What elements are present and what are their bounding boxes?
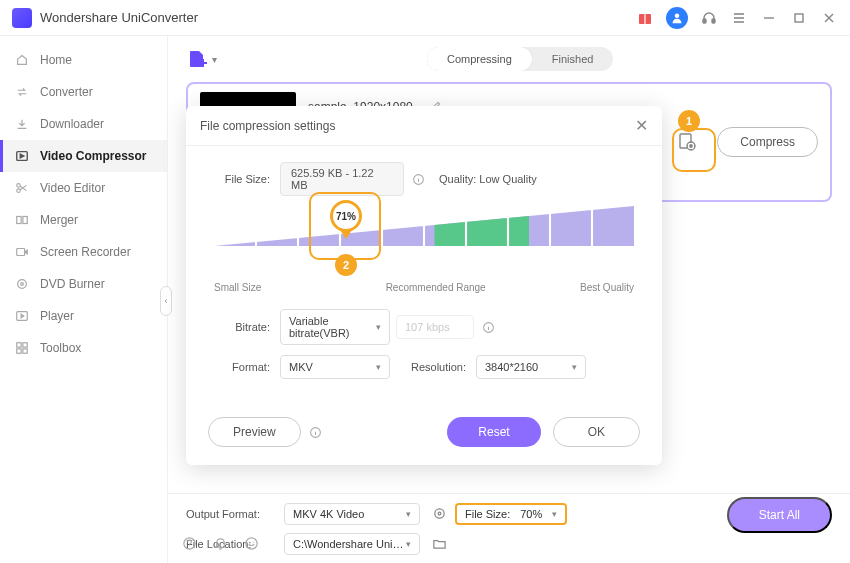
output-format-label: Output Format:: [186, 508, 276, 520]
user-avatar-icon[interactable]: [666, 7, 688, 29]
sidebar-item-recorder[interactable]: Screen Recorder: [0, 236, 167, 268]
output-format-select[interactable]: MKV 4K Video▾: [284, 503, 420, 525]
tab-compressing[interactable]: Compressing: [427, 47, 532, 71]
sidebar-item-merger[interactable]: Merger: [0, 204, 167, 236]
merge-icon: [14, 212, 30, 228]
start-all-button[interactable]: Start All: [727, 497, 832, 533]
toolbox-icon: [14, 340, 30, 356]
svg-rect-16: [17, 217, 21, 224]
footer-icons: [182, 536, 259, 551]
headset-icon[interactable]: [700, 9, 718, 27]
svg-rect-5: [712, 19, 715, 23]
bell-icon[interactable]: [213, 536, 228, 551]
sidebar-item-label: Toolbox: [40, 341, 81, 355]
dialog-close-button[interactable]: ✕: [635, 116, 648, 135]
resolution-select[interactable]: 3840*2160▾: [476, 355, 586, 379]
svg-rect-10: [795, 14, 803, 22]
filesize-value: 625.59 KB - 1.22 MB: [280, 162, 404, 196]
sidebar-item-editor[interactable]: Video Editor: [0, 172, 167, 204]
bitrate-select[interactable]: Variable bitrate(VBR)▾: [280, 309, 390, 345]
sidebar-item-label: Video Editor: [40, 181, 105, 195]
svg-rect-22: [17, 343, 21, 347]
sidebar-item-player[interactable]: Player: [0, 300, 167, 332]
add-file-button[interactable]: [186, 48, 208, 70]
compression-settings-dialog: File compression settings ✕ File Size: 6…: [186, 106, 662, 465]
svg-point-46: [435, 509, 444, 518]
slider-max-label: Best Quality: [580, 282, 634, 293]
help-icon[interactable]: [182, 536, 197, 551]
minimize-button[interactable]: [760, 9, 778, 27]
bottom-bar: Output Format: MKV 4K Video▾ File Size: …: [168, 493, 850, 563]
titlebar: Wondershare UniConverter: [0, 0, 850, 36]
preview-info-icon[interactable]: [309, 426, 322, 439]
feedback-icon[interactable]: [244, 536, 259, 551]
slider-rec-label: Recommended Range: [386, 282, 486, 293]
output-filesize-label: File Size:: [465, 508, 510, 520]
svg-point-15: [17, 189, 21, 193]
ok-button[interactable]: OK: [553, 417, 640, 447]
gift-icon[interactable]: [636, 9, 654, 27]
svg-rect-17: [23, 217, 27, 224]
record-icon: [14, 244, 30, 260]
sidebar-item-label: DVD Burner: [40, 277, 105, 291]
scissors-icon: [14, 180, 30, 196]
format-select[interactable]: MKV▾: [280, 355, 390, 379]
quality-label: Quality: Low Quality: [439, 173, 537, 185]
hamburger-menu-icon[interactable]: [730, 9, 748, 27]
disc-icon: [14, 276, 30, 292]
compress-button[interactable]: Compress: [717, 127, 818, 157]
callout-highlight-box: [672, 128, 716, 172]
converter-icon: [14, 84, 30, 100]
preview-button[interactable]: Preview: [208, 417, 301, 447]
status-tabs: Compressing Finished: [427, 47, 613, 71]
home-icon: [14, 52, 30, 68]
sidebar-item-label: Screen Recorder: [40, 245, 131, 259]
dropdown-caret-icon[interactable]: ▾: [212, 54, 217, 65]
resolution-label: Resolution:: [396, 361, 466, 373]
output-settings-icon[interactable]: [432, 506, 447, 521]
format-label: Format:: [214, 361, 270, 373]
sidebar-item-downloader[interactable]: Downloader: [0, 108, 167, 140]
svg-point-47: [438, 512, 441, 515]
sidebar-item-converter[interactable]: Converter: [0, 76, 167, 108]
slider-min-label: Small Size: [214, 282, 261, 293]
sidebar-item-label: Video Compressor: [40, 149, 146, 163]
sidebar: Home Converter Downloader Video Compress…: [0, 36, 168, 563]
sidebar-item-home[interactable]: Home: [0, 44, 167, 76]
sidebar-item-label: Downloader: [40, 117, 104, 131]
filesize-info-icon[interactable]: [412, 173, 425, 186]
bitrate-label: Bitrate:: [214, 321, 270, 333]
svg-rect-4: [703, 19, 706, 23]
sidebar-item-dvd[interactable]: DVD Burner: [0, 268, 167, 300]
open-folder-icon[interactable]: [432, 536, 447, 551]
callout-badge-2: 2: [335, 254, 357, 276]
workarea: sample_1920x1080 1 Compress: [168, 82, 850, 493]
sidebar-item-toolbox[interactable]: Toolbox: [0, 332, 167, 364]
slider-handle[interactable]: 71%: [330, 200, 362, 240]
compress-icon: [14, 148, 30, 164]
file-location-select[interactable]: C:\Wondershare UniConverter▾: [284, 533, 420, 555]
output-filesize-select[interactable]: File Size: 70% ▾: [455, 503, 567, 525]
maximize-button[interactable]: [790, 9, 808, 27]
reset-button[interactable]: Reset: [447, 417, 540, 447]
sidebar-item-label: Home: [40, 53, 72, 67]
svg-point-14: [17, 184, 21, 188]
sidebar-item-label: Merger: [40, 213, 78, 227]
toolbar: ▾ Compressing Finished: [168, 36, 850, 82]
content-area: ‹ ▾ Compressing Finished sample_1920x108…: [168, 36, 850, 563]
app-title: Wondershare UniConverter: [40, 10, 198, 25]
svg-rect-24: [17, 349, 21, 353]
play-icon: [14, 308, 30, 324]
bitrate-kbps-input: 107 kbps: [396, 315, 474, 339]
close-button[interactable]: [820, 9, 838, 27]
svg-point-49: [246, 538, 257, 549]
svg-point-19: [18, 280, 27, 289]
bitrate-info-icon[interactable]: [482, 321, 495, 334]
callout-badge-1: 1: [678, 110, 700, 132]
compression-slider[interactable]: 2 71%: [214, 206, 634, 276]
svg-point-20: [21, 283, 24, 286]
app-window: Wondershare UniConverter: [0, 0, 850, 563]
sidebar-item-compressor[interactable]: Video Compressor: [0, 140, 167, 172]
tab-finished[interactable]: Finished: [532, 47, 614, 71]
filesize-label: File Size:: [214, 173, 270, 185]
